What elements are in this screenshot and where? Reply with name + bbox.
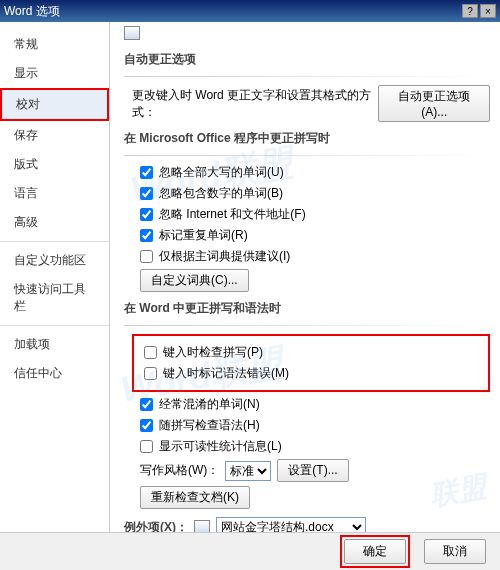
- word-checks-group: 键入时检查拼写(P) 键入时标记语法错误(M) 经常混淆的单词(N) 随拼写检查…: [132, 334, 490, 509]
- check-main-dict-only-label: 仅根据主词典提供建议(I): [159, 248, 290, 265]
- writing-style-label: 写作风格(W)：: [140, 462, 219, 479]
- check-grammar-as-type-label: 键入时标记语法错误(M): [163, 365, 289, 382]
- check-flag-repeated[interactable]: [140, 229, 153, 242]
- sidebar-item-addins[interactable]: 加载项: [0, 330, 109, 359]
- close-button[interactable]: ×: [480, 4, 496, 18]
- check-readability-stats-label: 显示可读性统计信息(L): [159, 438, 282, 455]
- check-confused-words-label: 经常混淆的单词(N): [159, 396, 260, 413]
- sidebar-item-language[interactable]: 语言: [0, 179, 109, 208]
- check-main-dict-only[interactable]: [140, 250, 153, 263]
- check-spell-as-type-label: 键入时检查拼写(P): [163, 344, 263, 361]
- footer: 确定 取消: [0, 532, 500, 570]
- sidebar-item-display[interactable]: 显示: [0, 59, 109, 88]
- check-grammar-as-type[interactable]: [144, 367, 157, 380]
- document-icon: [194, 520, 210, 532]
- custom-dictionaries-button[interactable]: 自定义词典(C)...: [140, 269, 249, 292]
- sidebar-item-qat[interactable]: 快速访问工具栏: [0, 275, 109, 321]
- help-button[interactable]: ?: [462, 4, 478, 18]
- recheck-document-button[interactable]: 重新检查文档(K): [140, 486, 250, 509]
- check-ignore-internet[interactable]: [140, 208, 153, 221]
- writing-style-select[interactable]: 标准: [225, 461, 271, 481]
- header-icon-row: [124, 26, 490, 43]
- check-confused-words[interactable]: [140, 398, 153, 411]
- dialog-body: 常规 显示 校对 保存 版式 语言 高级 自定义功能区 快速访问工具栏 加载项 …: [0, 22, 500, 532]
- check-ignore-numbers-label: 忽略包含数字的单词(B): [159, 185, 283, 202]
- content-panel: Word联盟 Word联盟 联盟 自动更正选项 更改键入时 Word 更正文字和…: [110, 22, 500, 532]
- check-flag-repeated-label: 标记重复单词(R): [159, 227, 248, 244]
- check-ignore-uppercase[interactable]: [140, 166, 153, 179]
- sidebar-item-customize-ribbon[interactable]: 自定义功能区: [0, 246, 109, 275]
- section-word-head: 在 Word 中更正拼写和语法时: [124, 300, 490, 319]
- autocorrect-options-button[interactable]: 自动更正选项(A)...: [378, 85, 490, 122]
- sidebar-item-save[interactable]: 保存: [0, 121, 109, 150]
- autocorrect-row: 更改键入时 Word 更正文字和设置其格式的方式： 自动更正选项(A)...: [132, 85, 490, 122]
- ok-highlight: 确定: [340, 535, 410, 568]
- exceptions-select[interactable]: 网站金字塔结构.docx: [216, 517, 366, 532]
- check-ignore-numbers[interactable]: [140, 187, 153, 200]
- settings-button[interactable]: 设置(T)...: [277, 459, 348, 482]
- check-grammar-with-spelling-label: 随拼写检查语法(H): [159, 417, 260, 434]
- sidebar-item-advanced[interactable]: 高级: [0, 208, 109, 237]
- sidebar: 常规 显示 校对 保存 版式 语言 高级 自定义功能区 快速访问工具栏 加载项 …: [0, 22, 110, 532]
- check-ignore-internet-label: 忽略 Internet 和文件地址(F): [159, 206, 306, 223]
- check-ignore-uppercase-label: 忽略全部大写的单词(U): [159, 164, 284, 181]
- section-autocorrect-head: 自动更正选项: [124, 51, 490, 70]
- section-office-head: 在 Microsoft Office 程序中更正拼写时: [124, 130, 490, 149]
- check-spell-as-type[interactable]: [144, 346, 157, 359]
- exceptions-label: 例外项(X)：: [124, 519, 188, 533]
- spellcheck-highlight-group: 键入时检查拼写(P) 键入时标记语法错误(M): [132, 334, 490, 392]
- window-title: Word 选项: [4, 3, 60, 20]
- ok-button[interactable]: 确定: [344, 539, 406, 564]
- check-grammar-with-spelling[interactable]: [140, 419, 153, 432]
- check-readability-stats[interactable]: [140, 440, 153, 453]
- abc-check-icon: [124, 26, 140, 40]
- titlebar: Word 选项 ? ×: [0, 0, 500, 22]
- autocorrect-label: 更改键入时 Word 更正文字和设置其格式的方式：: [132, 87, 372, 121]
- sidebar-item-general[interactable]: 常规: [0, 30, 109, 59]
- sidebar-item-layout[interactable]: 版式: [0, 150, 109, 179]
- section-exceptions-head: 例外项(X)： 网站金字塔结构.docx: [124, 517, 490, 532]
- office-checks-group: 忽略全部大写的单词(U) 忽略包含数字的单词(B) 忽略 Internet 和文…: [132, 164, 490, 292]
- cancel-button[interactable]: 取消: [424, 539, 486, 564]
- sidebar-item-trust-center[interactable]: 信任中心: [0, 359, 109, 388]
- sidebar-item-proofing[interactable]: 校对: [0, 88, 109, 121]
- window-controls: ? ×: [462, 4, 496, 18]
